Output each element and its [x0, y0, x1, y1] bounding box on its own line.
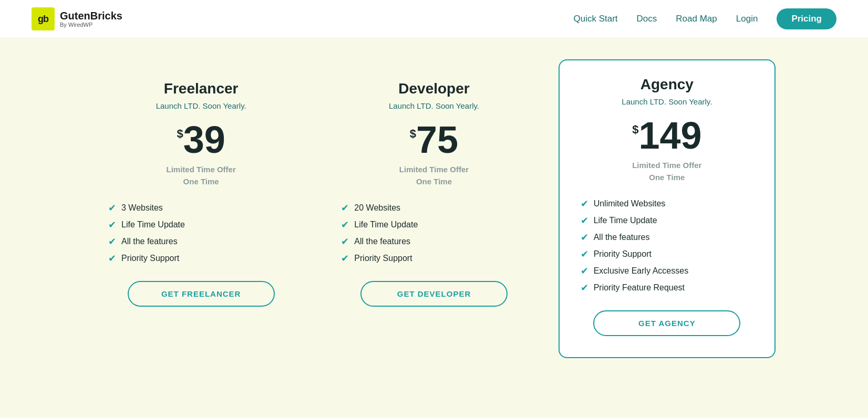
price-dollar-developer: $ — [410, 127, 416, 141]
feature-text: Priority Support — [354, 254, 412, 263]
price-note-freelancer: Limited Time OfferOne Time — [108, 164, 294, 187]
feature-text: Unlimited Websites — [594, 199, 666, 208]
feature-item: ✔ All the features — [581, 232, 753, 243]
main-nav: Quick Start Docs Road Map Login Pricing — [574, 8, 837, 29]
logo: gb GutenBricks By WiredWP — [32, 7, 122, 30]
feature-item: ✔ Priority Feature Request — [581, 282, 753, 294]
feature-text: Life Time Update — [354, 220, 418, 229]
check-icon: ✔ — [341, 236, 349, 247]
feature-text: All the features — [354, 237, 410, 246]
plan-name-developer: Developer — [341, 80, 526, 97]
feature-item: ✔ 20 Websites — [341, 202, 526, 214]
feature-item: ✔ Priority Support — [341, 253, 526, 264]
plan-card-freelancer: Freelancer Launch LTD. Soon Yearly. $ 39… — [92, 70, 309, 328]
plan-button-developer[interactable]: GET DEVELOPER — [360, 281, 508, 307]
feature-text: Life Time Update — [594, 216, 657, 225]
nav-quick-start[interactable]: Quick Start — [574, 14, 618, 24]
feature-item: ✔ 3 Websites — [108, 202, 294, 214]
check-icon: ✔ — [341, 219, 349, 231]
feature-text: Priority Feature Request — [594, 283, 685, 292]
feature-text: Priority Support — [594, 249, 652, 259]
feature-item: ✔ Unlimited Websites — [581, 198, 753, 210]
feature-text: Priority Support — [121, 254, 179, 263]
feature-text: Exclusive Early Accesses — [594, 266, 689, 276]
check-icon: ✔ — [581, 282, 588, 294]
feature-text: 20 Websites — [354, 203, 400, 213]
feature-text: All the features — [121, 237, 178, 246]
feature-item: ✔ Life Time Update — [581, 215, 753, 226]
check-icon: ✔ — [108, 253, 116, 264]
feature-item: ✔ Life Time Update — [341, 219, 526, 231]
check-icon: ✔ — [581, 265, 588, 277]
plan-button-freelancer[interactable]: GET FREELANCER — [128, 281, 275, 307]
nav-pricing-button[interactable]: Pricing — [777, 8, 836, 29]
check-icon: ✔ — [108, 202, 116, 214]
plan-card-developer: Developer Launch LTD. Soon Yearly. $ 75 … — [325, 70, 542, 328]
nav-docs[interactable]: Docs — [637, 14, 657, 24]
feature-item: ✔ Exclusive Early Accesses — [581, 265, 753, 277]
check-icon: ✔ — [581, 232, 588, 243]
price-amount-developer: 75 — [416, 121, 458, 159]
feature-text: All the features — [594, 233, 650, 242]
check-icon: ✔ — [341, 253, 349, 264]
feature-item: ✔ All the features — [108, 236, 294, 247]
price-dollar-freelancer: $ — [177, 127, 183, 141]
nav-login[interactable]: Login — [736, 14, 758, 24]
price-area-developer: $ 75 — [341, 121, 526, 159]
plan-button-agency[interactable]: GET AGENCY — [593, 310, 740, 336]
plan-tagline-agency: Launch LTD. Soon Yearly. — [581, 97, 753, 106]
check-icon: ✔ — [341, 202, 349, 214]
main-content: Freelancer Launch LTD. Soon Yearly. $ 39… — [0, 38, 868, 379]
check-icon: ✔ — [581, 215, 588, 226]
check-icon: ✔ — [581, 198, 588, 210]
features-list-developer: ✔ 20 Websites ✔ Life Time Update ✔ All t… — [341, 202, 526, 264]
price-note-developer: Limited Time OfferOne Time — [341, 164, 526, 187]
price-amount-agency: 149 — [638, 117, 701, 154]
features-list-agency: ✔ Unlimited Websites ✔ Life Time Update … — [581, 198, 753, 294]
price-dollar-agency: $ — [632, 123, 638, 137]
price-amount-freelancer: 39 — [183, 121, 225, 159]
site-header: gb GutenBricks By WiredWP Quick Start Do… — [0, 0, 868, 38]
features-list-freelancer: ✔ 3 Websites ✔ Life Time Update ✔ All th… — [108, 202, 294, 264]
feature-item: ✔ Priority Support — [581, 248, 753, 260]
feature-item: ✔ All the features — [341, 236, 526, 247]
plan-card-agency: Agency Launch LTD. Soon Yearly. $ 149 Li… — [559, 59, 776, 358]
nav-road-map[interactable]: Road Map — [676, 14, 717, 24]
logo-sub: By WiredWP — [60, 22, 122, 28]
logo-icon: gb — [32, 7, 55, 30]
feature-text: Life Time Update — [121, 220, 185, 229]
plan-tagline-freelancer: Launch LTD. Soon Yearly. — [108, 101, 294, 110]
check-icon: ✔ — [108, 219, 116, 231]
feature-text: 3 Websites — [121, 203, 163, 213]
feature-item: ✔ Life Time Update — [108, 219, 294, 231]
plan-name-agency: Agency — [581, 76, 753, 93]
plan-tagline-developer: Launch LTD. Soon Yearly. — [341, 101, 526, 110]
logo-name: GutenBricks — [60, 10, 122, 22]
plan-name-freelancer: Freelancer — [108, 80, 294, 97]
pricing-grid: Freelancer Launch LTD. Soon Yearly. $ 39… — [92, 70, 776, 358]
price-area-freelancer: $ 39 — [108, 121, 294, 159]
feature-item: ✔ Priority Support — [108, 253, 294, 264]
check-icon: ✔ — [581, 248, 588, 260]
price-area-agency: $ 149 — [581, 117, 753, 154]
check-icon: ✔ — [108, 236, 116, 247]
price-note-agency: Limited Time OfferOne Time — [581, 160, 753, 183]
